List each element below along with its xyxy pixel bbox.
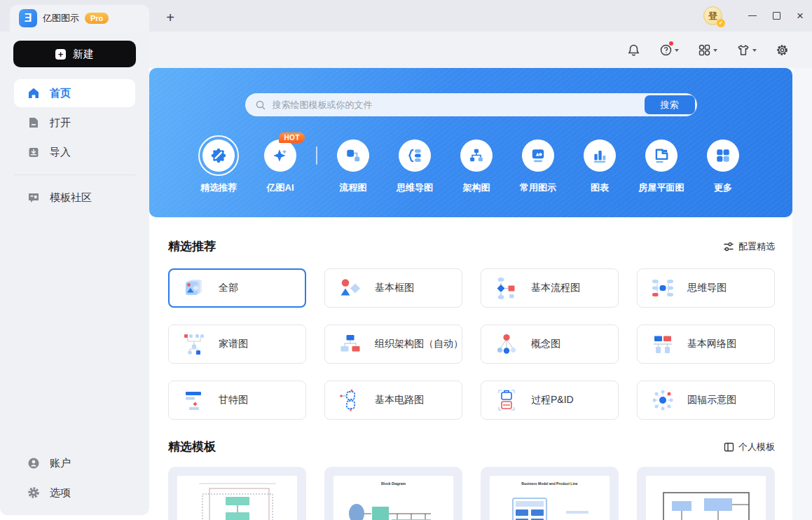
radial-icon xyxy=(649,387,676,413)
filter-settings-icon xyxy=(723,242,734,252)
new-document-button[interactable]: + 新建 xyxy=(13,41,136,67)
basic-flowchart-icon xyxy=(493,275,520,301)
settings-icon[interactable] xyxy=(776,43,789,57)
new-tab-button[interactable]: + xyxy=(160,7,181,28)
help-icon[interactable] xyxy=(659,43,679,57)
tab-bar: Ǝ 亿图图示 Pro + 登 ✔ × xyxy=(0,0,812,32)
sidebar-item-template-community[interactable]: 模板社区 xyxy=(14,184,135,212)
card-mindmap[interactable]: 思维导图 xyxy=(637,268,775,308)
options-gear-icon xyxy=(27,486,40,499)
pid-icon xyxy=(493,387,520,413)
sidebar: + 新建 首页 打开 导入 xyxy=(0,32,149,515)
search-icon xyxy=(255,100,266,111)
header-toolbar xyxy=(149,32,812,68)
card-concept-map[interactable]: 概念图 xyxy=(481,324,619,364)
layout-icon xyxy=(724,442,734,452)
template-thumb-4[interactable] xyxy=(637,467,775,520)
card-org-chart-auto[interactable]: 组织架构图（自动） xyxy=(324,324,462,364)
card-basic-block-diagram[interactable]: 基本框图 xyxy=(324,268,462,308)
search-button[interactable]: 搜索 xyxy=(645,95,695,114)
banner-category-flowchart[interactable]: 流程图 xyxy=(322,135,384,194)
thumb-diagram xyxy=(341,486,446,520)
card-family-tree[interactable]: 家谱图 xyxy=(168,324,306,364)
chevron-down-icon xyxy=(675,49,679,52)
templates-section-title: 精选模板 xyxy=(168,439,216,455)
home-icon xyxy=(27,87,40,100)
card-basic-circuit[interactable]: 基本电路图 xyxy=(324,381,462,420)
category-row: 精选推荐 HOT 亿图AI xyxy=(149,135,792,194)
sidebar-divider xyxy=(14,175,135,175)
scrollbar-gutter[interactable] xyxy=(792,68,812,520)
network-icon xyxy=(649,331,676,357)
app-title: 亿图图示 xyxy=(43,12,79,25)
card-basic-network[interactable]: 基本网络图 xyxy=(637,324,775,364)
personal-templates-link[interactable]: 个人模板 xyxy=(724,441,775,453)
card-radial-diagram[interactable]: 圆辐示意图 xyxy=(637,381,775,420)
gantt-icon xyxy=(181,387,207,413)
banner-category-floor-plan[interactable]: 房屋平面图 xyxy=(631,135,692,194)
pro-badge: Pro xyxy=(85,13,109,24)
template-thumb-2[interactable]: Block Diagram xyxy=(324,467,462,520)
banner-category-org-structure[interactable]: 架构图 xyxy=(446,135,507,194)
hero-banner: 搜索 xyxy=(149,68,792,217)
document-icon xyxy=(27,116,40,129)
banner-category-charts[interactable]: 图表 xyxy=(569,135,631,194)
bell-icon[interactable] xyxy=(627,43,640,57)
thumb-diagram xyxy=(185,481,290,520)
more-grid-icon xyxy=(715,147,731,164)
user-avatar[interactable]: 登 ✔ xyxy=(703,6,722,25)
sidebar-item-home[interactable]: 首页 xyxy=(14,79,135,107)
search-bar: 搜索 xyxy=(245,93,697,116)
structure-icon xyxy=(468,147,485,164)
vip-badge-icon: ✔ xyxy=(717,19,725,27)
banner-category-mindmap[interactable]: 思维导图 xyxy=(384,135,446,194)
thumb-diagram xyxy=(654,481,759,520)
mindmap-card-icon xyxy=(649,275,676,301)
all-templates-icon xyxy=(181,275,207,301)
concept-map-icon xyxy=(493,331,520,357)
template-thumb-1[interactable] xyxy=(168,467,306,520)
card-process-pid[interactable]: 过程P&ID xyxy=(481,381,619,420)
sidebar-item-account[interactable]: 账户 xyxy=(14,449,135,477)
banner-category-ai[interactable]: HOT 亿图AI xyxy=(249,135,311,194)
minimize-button[interactable] xyxy=(741,0,764,32)
configure-featured-link[interactable]: 配置精选 xyxy=(723,240,775,253)
theme-shirt-icon[interactable] xyxy=(736,43,757,57)
selected-ring xyxy=(198,135,239,176)
import-icon xyxy=(27,146,40,158)
hot-badge: HOT xyxy=(279,132,305,143)
banner-category-featured[interactable]: 精选推荐 xyxy=(188,135,249,194)
template-thumbnails: Block Diagram Business Model and Product… xyxy=(168,467,775,520)
card-basic-flowchart[interactable]: 基本流程图 xyxy=(481,268,619,308)
community-icon xyxy=(27,191,40,204)
featured-badge-icon xyxy=(210,147,227,164)
template-thumb-3[interactable]: Business Model and Product Line xyxy=(481,467,619,520)
family-tree-icon xyxy=(181,331,207,357)
ai-sparkle-icon xyxy=(272,147,289,164)
app-tab[interactable]: Ǝ 亿图图示 Pro xyxy=(10,5,149,32)
sidebar-item-import[interactable]: 导入 xyxy=(14,138,135,166)
shapes-icon xyxy=(530,147,546,164)
banner-category-more[interactable]: 更多 xyxy=(692,135,754,194)
category-divider xyxy=(316,146,317,165)
featured-section-title: 精选推荐 xyxy=(168,238,216,254)
chevron-down-icon xyxy=(752,49,757,52)
circuit-icon xyxy=(337,387,364,413)
main-content: 精选推荐 配置精选 全部 xyxy=(149,217,792,520)
apps-icon[interactable] xyxy=(698,43,717,57)
floor-plan-icon xyxy=(653,147,670,164)
card-all[interactable]: 全部 xyxy=(168,268,306,308)
sidebar-item-options[interactable]: 选项 xyxy=(14,479,135,507)
bar-chart-icon xyxy=(591,147,608,164)
org-chart-icon xyxy=(337,331,364,357)
search-input[interactable] xyxy=(273,100,638,110)
app-logo-icon: Ǝ xyxy=(19,9,37,27)
banner-category-common-diagrams[interactable]: 常用图示 xyxy=(507,135,569,194)
sidebar-item-open[interactable]: 打开 xyxy=(14,109,135,137)
close-button[interactable]: × xyxy=(788,0,812,32)
card-gantt[interactable]: 甘特图 xyxy=(168,381,306,420)
flowchart-icon xyxy=(345,147,362,164)
mindmap-icon xyxy=(406,147,423,164)
maximize-button[interactable] xyxy=(764,0,788,32)
plus-icon: + xyxy=(55,49,66,60)
